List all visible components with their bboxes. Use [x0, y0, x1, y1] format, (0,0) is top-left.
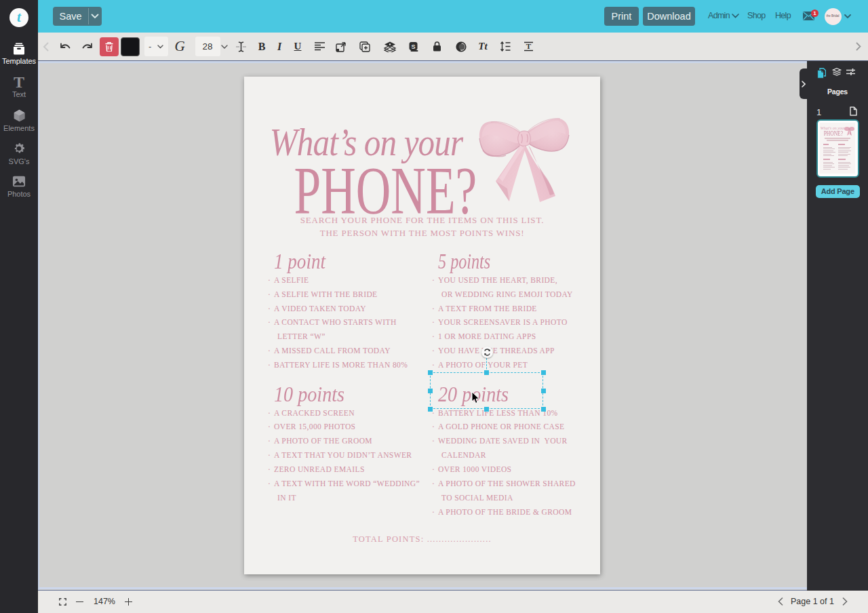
svg-text:S: S: [411, 43, 415, 50]
svg-text:T: T: [526, 42, 531, 50]
